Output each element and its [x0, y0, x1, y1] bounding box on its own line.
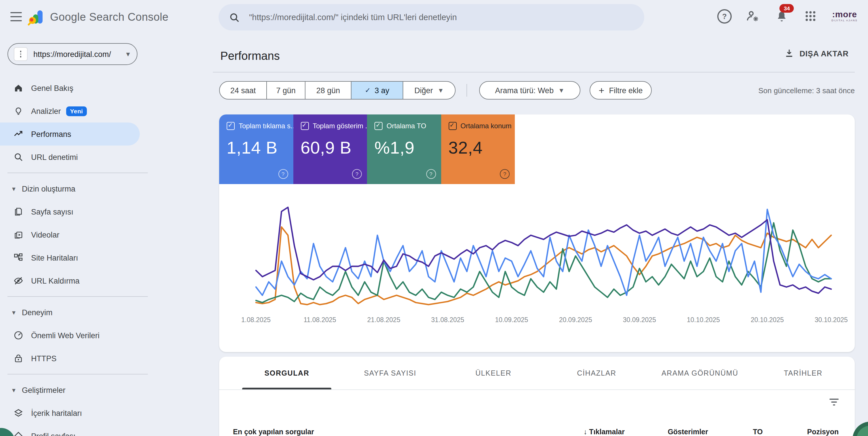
svg-text:20.09.2025: 20.09.2025 [559, 316, 592, 323]
tab-arama-gorunumu[interactable]: ARAMA GÖRÜNÜMÜ [648, 369, 751, 377]
column-header-impressions[interactable]: Gösterimler [656, 428, 708, 436]
sidebar-section-dizin-olusturma[interactable]: ▼ Dizin oluşturma [0, 177, 155, 200]
column-header-clicks-sorted[interactable]: ↓ Tıklamalar [579, 428, 625, 436]
lock-icon [13, 353, 24, 364]
tab-ulkeler[interactable]: ÜLKELER [442, 369, 545, 377]
chat-widget-fragment-right[interactable] [852, 422, 868, 436]
range-24-saat[interactable]: 24 saat [220, 82, 267, 99]
menu-icon[interactable] [10, 12, 22, 21]
account-brand-logo[interactable]: :more DIJITAL AJANS [832, 10, 858, 23]
sidebar-item-performans[interactable]: Performans [0, 123, 140, 146]
title-divider [213, 72, 855, 72]
card-value: %1,9 [374, 138, 441, 158]
checkbox-checked-icon[interactable] [227, 122, 235, 130]
chevron-down-icon: ▼ [437, 87, 444, 94]
tabs-divider [219, 390, 855, 390]
app-logo[interactable]: Google Search Console [28, 9, 168, 26]
pages-icon [13, 207, 24, 217]
svg-text:31.08.2025: 31.08.2025 [431, 316, 464, 323]
chevron-down-icon: ▼ [558, 87, 565, 94]
sidebar-item-analizler[interactable]: Analizler Yeni [0, 99, 155, 123]
card-value: 1,14 B [227, 138, 293, 158]
apps-grid-button[interactable] [799, 5, 822, 28]
tab-sayfa-sayisi[interactable]: SAYFA SAYISI [339, 369, 442, 377]
sidebar-section-gelistirmeler[interactable]: ▼ Geliştirmeler [0, 378, 155, 402]
brand-subtitle: DIJITAL AJANS [832, 20, 858, 23]
tab-tarihler[interactable]: TARİHLER [751, 369, 855, 377]
help-button[interactable] [713, 5, 736, 28]
card-total-clicks[interactable]: Toplam tıklama s... 1,14 B [219, 115, 293, 184]
card-total-impressions[interactable]: Toplam gösterim ... 60,9 B [293, 115, 367, 184]
layers-icon [13, 408, 24, 418]
user-settings-button[interactable] [742, 5, 765, 28]
column-header-ctr[interactable]: TO [725, 428, 763, 436]
property-type-icon [14, 47, 28, 61]
sidebar-item-profil-sayfasi[interactable]: Profil sayfası [0, 425, 155, 436]
card-value: 60,9 B [301, 138, 367, 158]
table-header-row: En çok yapılan sorgular ↓ Tıklamalar Gös… [219, 428, 855, 436]
sidebar-divider [7, 173, 148, 173]
tag-icon [13, 431, 24, 436]
notifications-button[interactable]: 34 [771, 5, 794, 28]
column-header-queries[interactable]: En çok yapılan sorgular [233, 428, 314, 436]
card-average-position[interactable]: Ortalama konum 32,4 [441, 115, 515, 184]
tab-sorgular[interactable]: SORGULAR [235, 369, 339, 377]
brand-name: :more [832, 10, 857, 19]
url-inspect-searchbar[interactable] [219, 4, 644, 30]
card-average-ctr[interactable]: Ortalama TO %1,9 [367, 115, 441, 184]
url-inspect-input[interactable] [248, 12, 634, 23]
sidebar-item-url-kaldirma[interactable]: URL Kaldırma [0, 269, 155, 292]
sidebar-item-icerik-haritalari[interactable]: İçerik haritaları [0, 402, 155, 425]
section-collapse-icon: ▼ [11, 387, 18, 393]
sidebar-item-url-denetimi[interactable]: URL denetimi [0, 146, 155, 168]
search-icon [229, 12, 240, 23]
date-range-segmented-control: 24 saat 7 gün 28 gün 3 ay Diğer ▼ [219, 81, 456, 99]
section-collapse-icon: ▼ [11, 309, 18, 315]
property-url: https://moredijital.com/ [33, 50, 125, 58]
google-search-console-app: Google Search Console [0, 0, 868, 436]
metric-cards: Toplam tıklama s... 1,14 B Toplam göster… [219, 115, 855, 184]
help-icon[interactable] [352, 169, 362, 179]
svg-text:20.10.2025: 20.10.2025 [751, 316, 784, 323]
sidebar-item-https[interactable]: HTTPS [0, 347, 155, 370]
table-filter-icon[interactable] [829, 399, 839, 408]
tab-cihazlar[interactable]: CİHAZLAR [545, 369, 648, 377]
svg-text:10.10.2025: 10.10.2025 [687, 316, 720, 323]
help-icon[interactable] [426, 169, 436, 179]
property-selector[interactable]: https://moredijital.com/ ▼ [7, 43, 137, 65]
sidebar-item-onemli-web-verileri[interactable]: Önemli Web Verileri [0, 324, 155, 347]
performance-line-chart[interactable]: 1.08.202511.08.202521.08.202531.08.20251… [219, 184, 855, 352]
sidebar-item-videolar[interactable]: Videolar [0, 223, 155, 246]
sidebar-section-deneyim[interactable]: ▼ Deneyim [0, 301, 155, 324]
top-right-icons: 34 :more DIJITAL AJANS [713, 5, 858, 28]
range-7-gun[interactable]: 7 gün [267, 82, 305, 99]
notification-count-badge: 34 [780, 4, 794, 13]
sidebar-item-genel-bakis[interactable]: Genel Bakış [0, 76, 155, 99]
plus-icon: + [599, 86, 604, 95]
apps-grid-icon [805, 10, 816, 22]
sidebar: https://moredijital.com/ ▼ Genel Bakış A… [0, 34, 155, 436]
trending-up-icon [13, 129, 24, 139]
range-28-gun[interactable]: 28 gün [305, 82, 351, 99]
speedometer-icon [13, 330, 24, 341]
sidebar-item-site-haritalari[interactable]: Site Haritaları [0, 246, 155, 269]
column-header-position[interactable]: Pozisyon [794, 428, 839, 436]
add-filter-button[interactable]: + Filtre ekle [590, 81, 652, 99]
dimensions-panel: SORGULAR SAYFA SAYISI ÜLKELER CİHAZLAR A… [219, 356, 855, 436]
eye-off-icon [13, 276, 24, 286]
help-icon[interactable] [500, 169, 509, 179]
range-diger[interactable]: Diğer ▼ [403, 82, 455, 99]
magnifier-icon [13, 152, 24, 162]
download-icon [784, 48, 794, 59]
checkbox-checked-icon[interactable] [448, 122, 457, 130]
export-button[interactable]: DIŞA AKTAR [784, 48, 849, 59]
last-update-text: Son güncelleme: 3 saat önce [758, 86, 855, 95]
checkbox-checked-icon[interactable] [374, 122, 382, 130]
search-type-filter[interactable]: Arama türü: Web ▼ [479, 81, 580, 99]
sidebar-item-sayfa-sayisi[interactable]: Sayfa sayısı [0, 200, 155, 223]
help-icon[interactable] [278, 169, 288, 179]
checkbox-checked-icon[interactable] [301, 122, 309, 130]
video-icon [13, 229, 24, 240]
range-3-ay-selected[interactable]: 3 ay [351, 82, 403, 99]
section-collapse-icon: ▼ [11, 186, 18, 192]
